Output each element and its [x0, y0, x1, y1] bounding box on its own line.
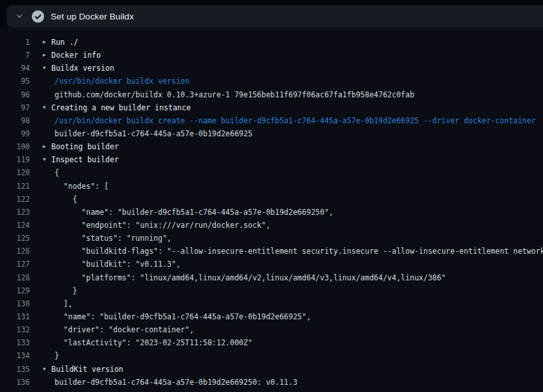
log-output-text: "driver": "docker-container",: [43, 323, 194, 336]
log-output-text: }: [43, 349, 59, 362]
log-output-text: builder-d9cfb5a1-c764-445a-a57e-0b19d2e6…: [43, 127, 253, 140]
log-area: 1▶Run ./7▶Docker info94▼Buildx version95…: [0, 27, 543, 392]
log-output-text: "endpoint": "unix:///var/run/docker.sock…: [43, 219, 270, 232]
line-number[interactable]: 129: [0, 284, 30, 297]
line-number[interactable]: 130: [0, 297, 30, 310]
log-row: 134}: [0, 349, 543, 362]
log-output-text: ],: [43, 297, 73, 310]
log-group-title: Docker info: [51, 49, 101, 62]
log-row: 128 "platforms": "linux/amd64,linux/amd6…: [0, 271, 543, 284]
line-number[interactable]: 134: [0, 349, 30, 362]
log-line-content: ],: [43, 297, 73, 310]
log-group-toggle[interactable]: ▼BuildKit version: [43, 363, 123, 376]
line-number[interactable]: 7: [0, 49, 30, 62]
log-row: 7▶Docker info: [0, 49, 543, 62]
line-number[interactable]: 97: [0, 101, 30, 114]
log-line-content: "nodes": [: [43, 180, 108, 193]
log-row: 100▶Booting builder: [0, 140, 543, 153]
log-row: 97▼Creating a new builder instance: [0, 101, 543, 114]
line-number[interactable]: 123: [0, 206, 30, 219]
log-group-title: Buildx version: [51, 62, 114, 75]
line-number[interactable]: 1: [0, 36, 30, 49]
chevron-down-icon[interactable]: [12, 8, 27, 24]
log-row: 121 "nodes": [: [0, 180, 543, 193]
log-output-text: "nodes": [: [43, 180, 108, 193]
log-group-toggle[interactable]: ▼Inspect builder: [43, 153, 119, 166]
log-line-content: "name": "builder-d9cfb5a1-c764-445a-a57e…: [43, 206, 333, 219]
log-group-toggle[interactable]: ▼Creating a new builder instance: [43, 101, 191, 114]
line-number[interactable]: 128: [0, 271, 30, 284]
log-line-content: "name": "builder-d9cfb5a1-c764-445a-a57e…: [43, 310, 311, 323]
line-number[interactable]: 99: [0, 127, 30, 140]
log-line-content: "platforms": "linux/amd64,linux/amd64/v2…: [43, 271, 446, 284]
log-row: 99builder-d9cfb5a1-c764-445a-a57e-0b19d2…: [0, 127, 543, 140]
triangle-right-icon[interactable]: ▶: [43, 140, 51, 153]
line-number[interactable]: 121: [0, 180, 30, 193]
log-output-text: builder-d9cfb5a1-c764-445a-a57e-0b19d2e6…: [43, 376, 297, 389]
line-number[interactable]: 136: [0, 376, 30, 389]
log-row: 131 "name": "builder-d9cfb5a1-c764-445a-…: [0, 310, 543, 323]
line-number[interactable]: 125: [0, 232, 30, 245]
triangle-down-icon[interactable]: ▼: [43, 62, 51, 75]
log-group-toggle[interactable]: ▶Run ./: [43, 36, 79, 49]
log-group-title: Inspect builder: [51, 153, 119, 166]
line-number[interactable]: 133: [0, 336, 30, 349]
line-number[interactable]: 96: [0, 88, 30, 101]
log-line-content: "lastActivity": "2023-02-25T11:58:12.000…: [43, 336, 253, 349]
log-group-title: Run ./: [51, 36, 79, 49]
log-row: 135▼BuildKit version: [0, 363, 543, 376]
log-output-text: "buildkit": "v0.11.3",: [43, 258, 181, 271]
line-number[interactable]: 119: [0, 153, 30, 166]
step-title: Set up Docker Buildx: [51, 12, 134, 21]
triangle-down-icon[interactable]: ▼: [43, 101, 51, 114]
line-number[interactable]: 124: [0, 219, 30, 232]
line-number[interactable]: 94: [0, 62, 30, 75]
log-row: 98/usr/bin/docker buildx create --name b…: [0, 114, 543, 127]
log-row: 122 {: [0, 193, 543, 206]
log-group-toggle[interactable]: ▶Docker info: [43, 49, 101, 62]
line-number[interactable]: 122: [0, 193, 30, 206]
triangle-down-icon[interactable]: ▼: [43, 153, 51, 166]
log-output-text: }: [43, 284, 77, 297]
log-line-content: "driver": "docker-container",: [43, 323, 194, 336]
triangle-down-icon[interactable]: ▼: [43, 362, 51, 375]
log-row: 96github.com/docker/buildx 0.10.3+azure-…: [0, 88, 543, 101]
log-row: 129 }: [0, 284, 543, 297]
log-lines: 1▶Run ./7▶Docker info94▼Buildx version95…: [0, 36, 543, 389]
log-group-title: BuildKit version: [51, 363, 123, 376]
log-group-toggle[interactable]: ▶Booting builder: [43, 140, 119, 153]
step-header[interactable]: Set up Docker Buildx: [6, 5, 543, 27]
log-group-toggle[interactable]: ▼Buildx version: [43, 62, 114, 75]
log-row: 132 "driver": "docker-container",: [0, 323, 543, 336]
line-number[interactable]: 127: [0, 258, 30, 271]
line-number[interactable]: 100: [0, 140, 30, 153]
line-number[interactable]: 132: [0, 323, 30, 336]
line-number[interactable]: 98: [0, 114, 30, 127]
log-row: 120{: [0, 166, 543, 179]
log-row: 126 "buildkitd-flags": "--allow-insecure…: [0, 245, 543, 258]
log-row: 127 "buildkit": "v0.11.3",: [0, 258, 543, 271]
line-number[interactable]: 120: [0, 166, 30, 179]
log-line-content: builder-d9cfb5a1-c764-445a-a57e-0b19d2e6…: [43, 127, 253, 140]
log-row: 94▼Buildx version: [0, 62, 543, 75]
log-line-content: {: [43, 193, 77, 206]
log-output-text: "platforms": "linux/amd64,linux/amd64/v2…: [43, 271, 446, 284]
log-line-content: builder-d9cfb5a1-c764-445a-a57e-0b19d2e6…: [43, 376, 297, 389]
line-number[interactable]: 131: [0, 310, 30, 323]
log-line-content: github.com/docker/buildx 0.10.3+azure-1 …: [43, 88, 414, 101]
line-number[interactable]: 126: [0, 245, 30, 258]
triangle-right-icon[interactable]: ▶: [43, 49, 51, 62]
log-command-text: /usr/bin/docker buildx create --name bui…: [43, 114, 536, 127]
log-group-title: Booting builder: [51, 140, 119, 153]
log-output-text: "name": "builder-d9cfb5a1-c764-445a-a57e…: [43, 206, 333, 219]
log-row: 95/usr/bin/docker buildx version: [0, 75, 543, 88]
triangle-right-icon[interactable]: ▶: [43, 36, 51, 49]
line-number[interactable]: 135: [0, 363, 30, 376]
log-output-text: "lastActivity": "2023-02-25T11:58:12.000…: [43, 336, 253, 349]
log-line-content: "status": "running",: [43, 232, 171, 245]
log-output-text: "status": "running",: [43, 232, 171, 245]
log-row: 130 ],: [0, 297, 543, 310]
log-output-text: "buildkitd-flags": "--allow-insecure-ent…: [43, 245, 543, 258]
line-number[interactable]: 95: [0, 75, 30, 88]
log-row: 124 "endpoint": "unix:///var/run/docker.…: [0, 219, 543, 232]
